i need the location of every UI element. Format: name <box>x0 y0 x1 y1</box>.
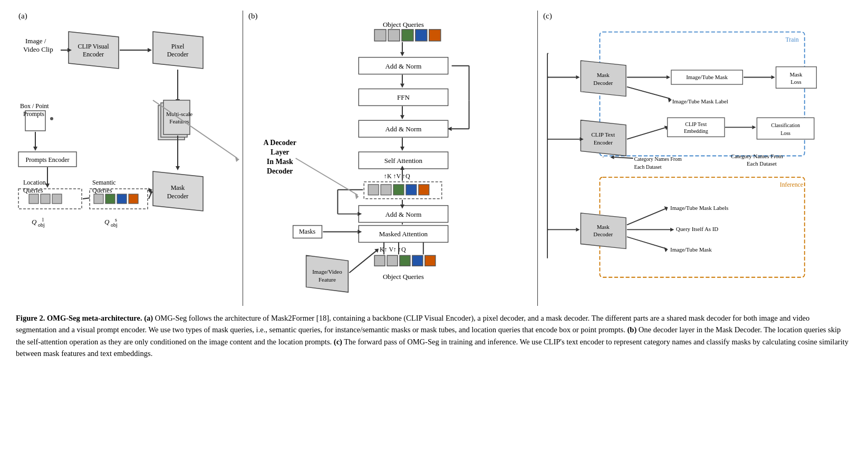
svg-marker-176 <box>576 228 580 232</box>
svg-rect-48 <box>117 194 127 204</box>
svg-marker-107 <box>306 255 349 292</box>
svg-rect-67 <box>359 57 448 74</box>
svg-text:Encoder: Encoder <box>83 51 104 58</box>
svg-line-170 <box>614 157 633 158</box>
svg-marker-81 <box>448 127 452 131</box>
svg-marker-177 <box>581 213 626 249</box>
svg-marker-6 <box>67 48 72 52</box>
svg-point-25 <box>50 117 53 120</box>
svg-rect-91 <box>406 185 417 195</box>
svg-line-130 <box>296 158 358 195</box>
svg-line-43 <box>83 190 151 199</box>
svg-text:Loss: Loss <box>780 130 790 136</box>
svg-marker-157 <box>580 137 583 141</box>
panel-a: (a) Image / Video Clip CLIP Visual Encod… <box>16 11 243 306</box>
svg-text:Prompts: Prompts <box>23 110 44 118</box>
svg-text:Features: Features <box>169 118 189 124</box>
svg-rect-16 <box>163 100 190 134</box>
svg-text:Decoder: Decoder <box>593 80 613 86</box>
svg-text:Each Dataset: Each Dataset <box>747 160 777 167</box>
svg-text:Feature: Feature <box>319 276 336 283</box>
svg-text:Inference: Inference <box>780 181 803 188</box>
svg-rect-115 <box>412 255 423 266</box>
svg-marker-153 <box>581 120 626 156</box>
svg-rect-49 <box>129 194 138 204</box>
svg-text:Add & Norm: Add & Norm <box>385 125 421 133</box>
svg-text:Self Attention: Self Attention <box>384 157 423 165</box>
caption: Figure 2. OMG-Seg meta-architecture. (a)… <box>16 312 849 360</box>
svg-text:Encoder: Encoder <box>594 139 613 146</box>
svg-marker-102 <box>400 205 404 209</box>
svg-marker-83 <box>400 147 404 151</box>
main-container: (a) Image / Video Clip CLIP Visual Encod… <box>0 0 868 370</box>
svg-marker-164 <box>752 126 756 129</box>
panel-a-svg: Image / Video Clip CLIP Visual Encoder P… <box>16 11 243 306</box>
panel-c: (c) Train Inference Mask Decoder <box>538 11 852 306</box>
svg-rect-132 <box>600 32 804 156</box>
svg-rect-64 <box>429 30 441 41</box>
svg-rect-92 <box>419 185 429 195</box>
svg-text:CLIP Text: CLIP Text <box>685 121 707 127</box>
svg-marker-58 <box>235 157 239 162</box>
svg-text:Embedding: Embedding <box>684 128 708 134</box>
svg-text:Queries: Queries <box>92 187 112 194</box>
svg-rect-34 <box>18 189 82 209</box>
svg-text:Masked Attention: Masked Attention <box>379 230 428 238</box>
svg-rect-47 <box>105 194 115 204</box>
svg-marker-13 <box>176 99 180 103</box>
svg-line-110 <box>349 250 377 273</box>
svg-marker-159 <box>664 126 668 130</box>
svg-marker-29 <box>33 147 37 151</box>
panel-a-label: (a) <box>18 12 27 21</box>
svg-text:obj: obj <box>111 222 118 228</box>
svg-marker-9 <box>153 32 203 69</box>
svg-text:Image/Tube Mask Label: Image/Tube Mask Label <box>672 98 728 104</box>
svg-marker-184 <box>670 228 674 232</box>
svg-marker-72 <box>400 84 404 88</box>
svg-rect-46 <box>94 194 103 204</box>
svg-marker-181 <box>664 206 668 211</box>
svg-line-180 <box>627 208 667 225</box>
svg-rect-45 <box>90 189 148 209</box>
svg-text:obj: obj <box>38 222 45 228</box>
svg-text:Pixel: Pixel <box>171 43 185 50</box>
caption-text-a-bold: (a) <box>144 314 153 322</box>
svg-marker-94 <box>400 166 404 170</box>
svg-rect-122 <box>293 226 322 238</box>
svg-rect-63 <box>416 30 427 41</box>
svg-text:Box / Point: Box / Point <box>20 102 49 110</box>
svg-rect-35 <box>29 194 38 204</box>
svg-text:CLIP Visual: CLIP Visual <box>78 43 110 50</box>
panel-b: (b) Object Queries Add & Norm <box>243 11 538 306</box>
svg-rect-14 <box>158 105 185 140</box>
svg-marker-76 <box>400 115 404 119</box>
svg-text:Semantic: Semantic <box>92 179 116 186</box>
svg-text:s: s <box>115 217 117 223</box>
svg-rect-134 <box>600 177 804 277</box>
svg-line-55 <box>149 191 152 199</box>
svg-rect-103 <box>359 226 448 243</box>
svg-text:Prompts Encoder: Prompts Encoder <box>26 156 70 163</box>
svg-marker-20 <box>176 166 180 170</box>
svg-marker-56 <box>150 190 153 195</box>
svg-text:Q: Q <box>32 218 37 226</box>
svg-text:Decoder: Decoder <box>267 167 293 175</box>
svg-text:Q: Q <box>104 218 110 226</box>
svg-text:Multi-scale: Multi-scale <box>166 111 192 117</box>
svg-rect-15 <box>161 103 187 137</box>
svg-text:A Decoder: A Decoder <box>264 139 296 147</box>
svg-text:Video Clip: Video Clip <box>23 45 53 53</box>
svg-rect-89 <box>381 185 391 195</box>
svg-text:CLIP Text: CLIP Text <box>591 131 615 138</box>
svg-text:Location: Location <box>23 179 46 186</box>
svg-rect-160 <box>668 118 725 137</box>
svg-line-150 <box>627 87 670 99</box>
svg-text:Object Queries: Object Queries <box>383 273 424 281</box>
svg-marker-142 <box>667 75 670 79</box>
svg-text:l: l <box>42 217 44 223</box>
svg-marker-44 <box>148 188 152 192</box>
svg-marker-21 <box>153 171 203 211</box>
svg-rect-36 <box>41 194 50 204</box>
svg-text:Image/Video: Image/Video <box>312 268 342 275</box>
svg-text:K↑  V↑   ↑Q: K↑ V↑ ↑Q <box>380 246 406 253</box>
